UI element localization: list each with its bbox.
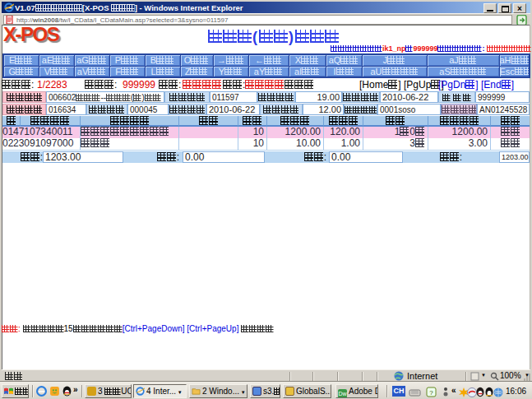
svg-text:?: ? bbox=[429, 389, 433, 397]
